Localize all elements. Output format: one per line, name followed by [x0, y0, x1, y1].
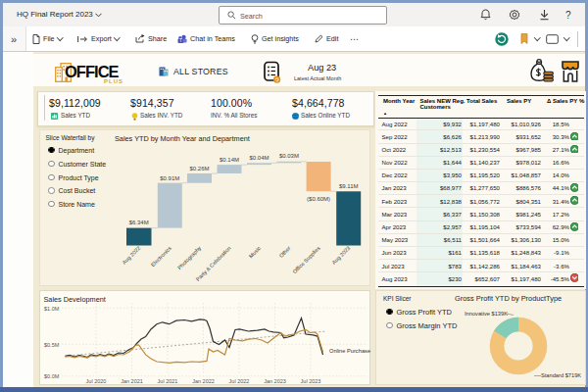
svg-text:Jul 2023: Jul 2023: [301, 378, 321, 384]
svg-text:Jul 2021: Jul 2021: [158, 378, 178, 384]
svg-text:$0.03M: $0.03M: [279, 153, 299, 159]
svg-text:($0.60M): ($0.60M): [307, 196, 330, 202]
svg-text:Jan 2023: Jan 2023: [264, 378, 286, 384]
svg-text:Music: Music: [248, 245, 263, 260]
svg-text:Aug 2023: Aug 2023: [331, 245, 352, 266]
svg-text:$6.34M: $6.34M: [129, 220, 149, 225]
svg-text:Online Purchase: Online Purchase: [329, 348, 370, 354]
svg-text:Jul 2020: Jul 2020: [86, 378, 107, 384]
svg-text:Jul 2022: Jul 2022: [229, 378, 250, 384]
svg-text:Electronics: Electronics: [150, 245, 172, 268]
svg-text:$0.26M: $0.26M: [189, 166, 209, 172]
svg-text:$0.0M: $0.0M: [44, 373, 60, 379]
svg-text:Office Supplies: Office Supplies: [291, 245, 321, 275]
svg-text:$9.11M: $9.11M: [339, 183, 359, 189]
svg-text:$0.91M: $0.91M: [160, 175, 179, 181]
svg-text:Jan 2021: Jan 2021: [121, 378, 143, 384]
svg-text:$1.0M: $1.0M: [44, 305, 60, 311]
svg-text:T: T: [179, 37, 182, 42]
svg-text:$0.5M: $0.5M: [44, 341, 60, 347]
svg-text:$0.04M: $0.04M: [249, 155, 269, 161]
svg-text:Jan 2022: Jan 2022: [192, 378, 215, 384]
svg-text:Photography: Photography: [176, 245, 202, 270]
svg-text:Other: Other: [278, 245, 292, 259]
svg-text:Aug 2022: Aug 2022: [122, 245, 142, 266]
svg-text:$0.14M: $0.14M: [220, 157, 239, 163]
